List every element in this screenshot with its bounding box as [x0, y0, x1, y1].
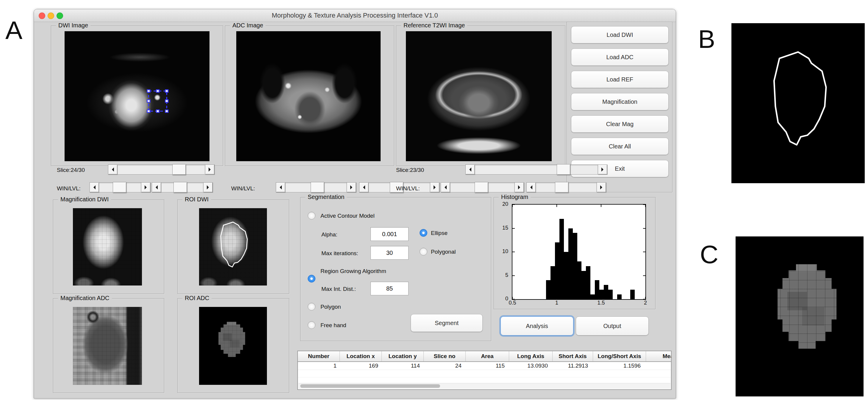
scroll-right-arrow[interactable]: [430, 182, 439, 192]
dwi-window-slider[interactable]: [90, 182, 151, 192]
scroll-track[interactable]: [450, 182, 515, 192]
adc-image-canvas: [236, 31, 380, 161]
radio-polygonal[interactable]: [420, 248, 427, 256]
scroll-thumb[interactable]: [475, 182, 488, 193]
side-button-clear-all[interactable]: Clear All: [571, 138, 669, 155]
panel-mag-dwi: Magnification DWI: [53, 200, 164, 294]
alpha-label: Alpha:: [321, 231, 337, 238]
histogram-title: Histogram: [499, 194, 531, 200]
table-cell: 115: [465, 362, 508, 370]
scroll-left-arrow[interactable]: [465, 164, 475, 174]
figure-label-c: C: [700, 241, 718, 267]
scroll-left-arrow[interactable]: [441, 182, 450, 192]
scroll-thumb[interactable]: [557, 164, 570, 175]
ref-slice-scrollbar[interactable]: [465, 164, 607, 174]
side-button-load-ref[interactable]: Load REF: [571, 71, 669, 88]
dwi-slice-scrollbar[interactable]: [108, 164, 215, 174]
scroll-left-arrow[interactable]: [526, 182, 536, 192]
panel-mag-adc-title: Magnification ADC: [58, 295, 112, 302]
scroll-track[interactable]: [285, 182, 347, 192]
roi-selection-handles[interactable]: [147, 90, 168, 112]
panel-dwi-image: DWI Image: [51, 26, 223, 166]
scroll-right-arrow[interactable]: [141, 182, 151, 192]
scroll-left-arrow[interactable]: [108, 164, 118, 174]
scroll-track[interactable]: [475, 164, 598, 174]
table-cell: [644, 362, 672, 370]
histogram-y-axis: 05101520: [494, 204, 510, 299]
side-button-load-dwi[interactable]: Load DWI: [571, 26, 669, 43]
analysis-button[interactable]: Analysis: [500, 316, 574, 335]
radio-active-contour-model[interactable]: [308, 212, 315, 220]
ref-window-slider[interactable]: [441, 182, 524, 192]
radio-ellipse[interactable]: [420, 229, 427, 237]
radio-free-hand[interactable]: [308, 321, 315, 329]
table-cell: 24: [423, 362, 465, 370]
scroll-right-arrow[interactable]: [515, 182, 524, 192]
histogram-bar: [551, 266, 555, 299]
ref-winlvl-label: WIN/LVL:: [396, 185, 420, 192]
histogram-bar: [573, 233, 577, 299]
window-titlebar[interactable]: Morphology & Texture Analysis Processing…: [34, 9, 676, 22]
results-table-hscrollbar[interactable]: [299, 383, 671, 389]
max-iterations-input[interactable]: [370, 246, 408, 260]
histogram-bar: [595, 280, 599, 299]
output-button[interactable]: Output: [576, 316, 649, 335]
histogram-bar: [617, 294, 622, 299]
panel-ref-t2wi-title: Reference T2WI Image: [401, 22, 467, 29]
side-button-clear-mag[interactable]: Clear Mag: [571, 115, 669, 133]
scroll-thumb[interactable]: [311, 182, 324, 193]
dwi-image-canvas[interactable]: [65, 31, 210, 161]
histogram-bar: [586, 266, 590, 299]
scroll-track[interactable]: [161, 182, 203, 192]
histogram-bar: [590, 294, 595, 299]
figure-label-a: A: [5, 17, 22, 43]
scroll-right-arrow[interactable]: [598, 164, 607, 174]
scroll-left-arrow[interactable]: [359, 182, 369, 192]
ref-level-slider[interactable]: [526, 182, 606, 192]
segment-button[interactable]: Segment: [411, 314, 483, 332]
figure-label-b: B: [698, 26, 715, 52]
figure-canvas: { "figure_labels": {"a": "A", "b": "B", …: [0, 0, 868, 400]
scroll-left-arrow[interactable]: [152, 182, 161, 192]
radio-polygon[interactable]: [308, 303, 315, 310]
scroll-thumb[interactable]: [113, 182, 126, 193]
scroll-right-arrow[interactable]: [597, 182, 606, 192]
table-header-cell: Slice no: [424, 351, 466, 361]
minimize-button[interactable]: [48, 12, 54, 19]
scroll-track[interactable]: [99, 182, 141, 192]
histogram-bar: [604, 285, 608, 299]
scroll-left-arrow[interactable]: [90, 182, 99, 192]
radio-region-growing[interactable]: [308, 275, 315, 282]
scroll-right-arrow[interactable]: [205, 164, 215, 174]
table-empty-row: [298, 370, 671, 377]
close-button[interactable]: [39, 12, 45, 19]
side-button-magnification[interactable]: Magnification: [571, 93, 669, 110]
results-table-hscroll-thumb[interactable]: [300, 384, 440, 388]
t2wi-image-canvas: [406, 31, 552, 161]
scroll-track[interactable]: [118, 164, 205, 174]
alpha-input[interactable]: [370, 227, 408, 241]
mag-dwi-canvas: [73, 208, 142, 286]
max-int-dist-input[interactable]: [370, 281, 408, 295]
side-button-load-adc[interactable]: Load ADC: [571, 48, 669, 66]
scroll-right-arrow[interactable]: [347, 182, 356, 192]
adc-window-slider[interactable]: [276, 182, 356, 192]
scroll-thumb[interactable]: [555, 182, 569, 193]
results-table-header: NumberLocation xLocation ySlice noAreaLo…: [298, 351, 671, 362]
panel-adc-image: ADC Image: [225, 26, 394, 166]
panel-dwi-title: DWI Image: [56, 22, 90, 29]
scroll-thumb[interactable]: [174, 182, 187, 193]
app-window: Morphology & Texture Analysis Processing…: [34, 9, 676, 399]
scroll-track[interactable]: [536, 182, 597, 192]
zoom-button[interactable]: [57, 12, 63, 19]
scroll-left-arrow[interactable]: [276, 182, 285, 192]
scroll-right-arrow[interactable]: [203, 182, 213, 192]
roi-selection-rect[interactable]: [149, 91, 167, 111]
scroll-thumb[interactable]: [172, 164, 186, 175]
dwi-roi-rect-overlay: [65, 31, 210, 161]
side-button-list: Load DWILoad ADCLoad REFMagnificationCle…: [571, 26, 668, 188]
table-row[interactable]: 11691142411513.093011.29131.1596: [298, 362, 671, 370]
table-header-cell: Mean: [646, 351, 672, 361]
dwi-level-slider[interactable]: [152, 182, 213, 192]
roi-dwi-contour: [199, 208, 267, 286]
